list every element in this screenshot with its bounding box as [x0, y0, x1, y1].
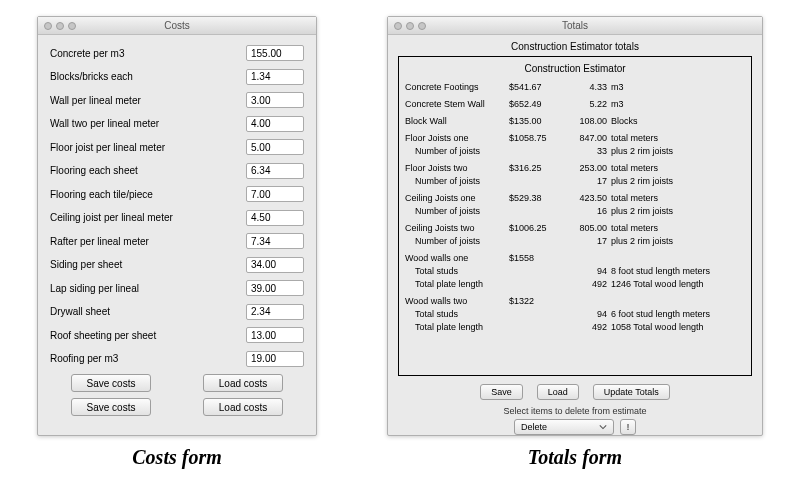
- save-costs-button[interactable]: Save costs: [71, 374, 151, 392]
- report-cell: 8 foot stud length meters: [611, 266, 745, 277]
- report-cell: Concrete Stem Wall: [405, 99, 509, 110]
- cost-input[interactable]: [246, 327, 304, 343]
- cost-input[interactable]: [246, 116, 304, 132]
- cost-input[interactable]: [246, 351, 304, 367]
- cost-input[interactable]: [246, 186, 304, 202]
- report-cell: 16: [571, 206, 611, 217]
- report-cell: total meters: [611, 193, 745, 204]
- costs-caption: Costs form: [132, 446, 221, 469]
- save-costs-button[interactable]: Save costs: [71, 398, 151, 416]
- report-cell: 94: [571, 309, 611, 320]
- cost-input[interactable]: [246, 280, 304, 296]
- delete-select-value: Delete: [521, 422, 547, 432]
- costs-title: Costs: [38, 20, 316, 31]
- load-costs-button[interactable]: Load costs: [203, 374, 283, 392]
- report-cell: 17: [571, 176, 611, 187]
- cost-input[interactable]: [246, 304, 304, 320]
- chevron-down-icon: [599, 423, 607, 431]
- report-cell: 492: [571, 279, 611, 290]
- cost-label: Wall per lineal meter: [50, 95, 246, 106]
- report-cell: plus 2 rim joists: [611, 206, 745, 217]
- report-cell: Number of joists: [405, 146, 509, 157]
- report-cell: $1558: [509, 253, 571, 264]
- cost-input[interactable]: [246, 45, 304, 61]
- cost-label: Lap siding per lineal: [50, 283, 246, 294]
- save-button[interactable]: Save: [480, 384, 523, 400]
- report-cell: 1058 Total wood length: [611, 322, 745, 333]
- report-cell: Ceiling Joists two: [405, 223, 509, 234]
- report-cell: Number of joists: [405, 236, 509, 247]
- report-cell: $1058.75: [509, 133, 571, 144]
- report-cell: Wood walls one: [405, 253, 509, 264]
- report-cell: total meters: [611, 223, 745, 234]
- totals-window: Totals Construction Estimator totals Con…: [387, 16, 763, 436]
- report-cell: Number of joists: [405, 176, 509, 187]
- report-cell: 253.00: [571, 163, 611, 174]
- report-cell: Ceiling Joists one: [405, 193, 509, 204]
- report-cell: 805.00: [571, 223, 611, 234]
- report-cell: Total studs: [405, 309, 509, 320]
- costs-titlebar: Costs: [38, 17, 316, 35]
- report-cell: m3: [611, 82, 745, 93]
- report-cell: $1006.25: [509, 223, 571, 234]
- report-cell: m3: [611, 99, 745, 110]
- cost-input[interactable]: [246, 92, 304, 108]
- cost-label: Floor joist per lineal meter: [50, 142, 246, 153]
- cost-label: Blocks/bricks each: [50, 71, 246, 82]
- costs-window: Costs Concrete per m3Blocks/bricks eachW…: [37, 16, 317, 436]
- report-cell: 108.00: [571, 116, 611, 127]
- report-cell: Floor Joists two: [405, 163, 509, 174]
- cost-input[interactable]: [246, 139, 304, 155]
- cost-input[interactable]: [246, 233, 304, 249]
- totals-caption: Totals form: [528, 446, 622, 469]
- cost-label: Siding per sheet: [50, 259, 246, 270]
- report-cell: plus 2 rim joists: [611, 236, 745, 247]
- totals-header: Construction Estimator totals: [398, 41, 752, 52]
- cost-input[interactable]: [246, 257, 304, 273]
- report-cell: [509, 146, 571, 157]
- report-cell: $135.00: [509, 116, 571, 127]
- load-costs-button[interactable]: Load costs: [203, 398, 283, 416]
- report-cell: [509, 206, 571, 217]
- report-cell: Blocks: [611, 116, 745, 127]
- load-button[interactable]: Load: [537, 384, 579, 400]
- report-cell: 847.00: [571, 133, 611, 144]
- update-totals-button[interactable]: Update Totals: [593, 384, 670, 400]
- report-cell: 6 foot stud length meters: [611, 309, 745, 320]
- report-cell: $529.38: [509, 193, 571, 204]
- report-cell: [509, 176, 571, 187]
- delete-select[interactable]: Delete: [514, 419, 614, 435]
- report-cell: [571, 296, 611, 307]
- report-cell: plus 2 rim joists: [611, 146, 745, 157]
- report-cell: total meters: [611, 163, 745, 174]
- report-cell: Block Wall: [405, 116, 509, 127]
- report-cell: $541.67: [509, 82, 571, 93]
- cost-input[interactable]: [246, 163, 304, 179]
- cost-label: Flooring each tile/piece: [50, 189, 246, 200]
- report-cell: 94: [571, 266, 611, 277]
- report-cell: Number of joists: [405, 206, 509, 217]
- report-cell: plus 2 rim joists: [611, 176, 745, 187]
- report-cell: [509, 279, 571, 290]
- report-cell: 4.33: [571, 82, 611, 93]
- report-cell: Total studs: [405, 266, 509, 277]
- report-cell: [509, 309, 571, 320]
- report-cell: Total plate length: [405, 322, 509, 333]
- totals-title: Totals: [388, 20, 762, 31]
- report-cell: [509, 236, 571, 247]
- report-cell: 1246 Total wood length: [611, 279, 745, 290]
- cost-input[interactable]: [246, 210, 304, 226]
- cost-label: Roof sheeting per sheet: [50, 330, 246, 341]
- report-cell: Concrete Footings: [405, 82, 509, 93]
- report-cell: [509, 322, 571, 333]
- report-cell: total meters: [611, 133, 745, 144]
- cost-label: Concrete per m3: [50, 48, 246, 59]
- cost-input[interactable]: [246, 69, 304, 85]
- report-cell: $316.25: [509, 163, 571, 174]
- delete-execute-button[interactable]: !: [620, 419, 636, 435]
- report-cell: 17: [571, 236, 611, 247]
- cost-label: Wall two per lineal meter: [50, 118, 246, 129]
- report-cell: [611, 296, 745, 307]
- cost-label: Flooring each sheet: [50, 165, 246, 176]
- report-cell: Wood walls two: [405, 296, 509, 307]
